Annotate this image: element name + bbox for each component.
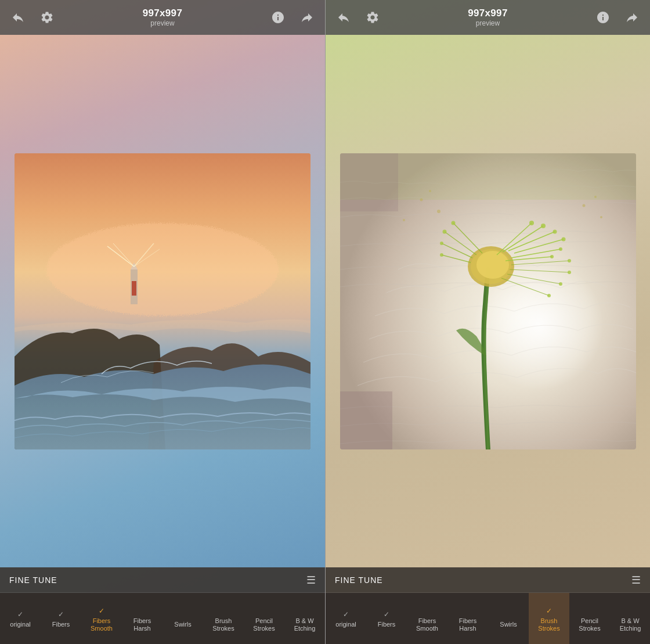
svg-point-28: [529, 221, 534, 225]
left-image-area: [0, 35, 325, 567]
svg-point-35: [568, 271, 571, 274]
left-filter-original-label: original: [10, 621, 30, 628]
left-panel: 997x997 preview: [0, 0, 325, 644]
left-header-center: 997x997 preview: [143, 8, 182, 27]
svg-point-30: [552, 229, 557, 233]
svg-point-38: [451, 221, 455, 225]
right-filter-pencil-strokes-label: PencilStrokes: [579, 617, 600, 632]
right-filter-scroll[interactable]: ✓ original ✓ Fibers FibersSmooth FibersH…: [326, 593, 650, 644]
left-filter-fibers-smooth[interactable]: ✓ FibersSmooth: [81, 593, 122, 644]
right-filter-swirls[interactable]: Swirls: [488, 593, 529, 644]
svg-point-33: [550, 255, 554, 258]
left-header-title: 997x997: [143, 8, 182, 19]
right-filter-bw-etching[interactable]: B & WEtching: [610, 593, 650, 644]
left-filter-original-check: ✓: [17, 610, 23, 618]
svg-point-32: [559, 247, 562, 251]
left-fine-tune-label: FINE TUNE: [9, 575, 57, 585]
svg-point-44: [403, 219, 405, 221]
svg-point-1: [46, 223, 279, 316]
left-filter-fibers-harsh[interactable]: FibersHarsh: [122, 593, 162, 644]
right-fine-tune-label: FINE TUNE: [335, 575, 383, 585]
left-artwork-svg: [15, 153, 310, 449]
left-filter-pencil-strokes[interactable]: PencilStrokes: [244, 593, 284, 644]
right-info-icon[interactable]: [594, 9, 612, 26]
svg-point-13: [476, 251, 509, 279]
svg-point-46: [582, 204, 585, 207]
left-filter-swirls-label: Swirls: [174, 621, 191, 628]
left-filter-fibers-smooth-label: FibersSmooth: [91, 617, 113, 632]
svg-point-37: [547, 294, 551, 297]
right-filter-fibers-label: Fibers: [378, 621, 396, 628]
left-gear-icon[interactable]: [38, 9, 56, 26]
right-filter-brush-strokes-check: ✓: [546, 607, 552, 615]
right-header-left-icons: [335, 9, 381, 26]
right-filter-swirls-label: Swirls: [500, 621, 517, 628]
left-filter-scroll[interactable]: ✓ original ✓ Fibers ✓ FibersSmooth Fiber…: [0, 593, 325, 644]
left-filter-fibers-label: Fibers: [52, 621, 70, 628]
left-tune-icon[interactable]: ☰: [306, 574, 316, 587]
left-filter-pencil-strokes-label: PencilStrokes: [253, 617, 275, 632]
svg-point-47: [600, 216, 602, 218]
left-filter-swirls[interactable]: Swirls: [162, 593, 203, 644]
right-filter-fibers-harsh-label: FibersHarsh: [459, 617, 477, 632]
right-export-icon[interactable]: [623, 9, 641, 26]
right-share-icon[interactable]: [335, 9, 352, 26]
left-export-icon[interactable]: [298, 9, 316, 26]
right-header-subtitle: preview: [468, 19, 507, 27]
left-bottom-bar: FINE TUNE ☰ ✓ original ✓ Fibers ✓ Fibers…: [0, 567, 325, 644]
right-filter-original-label: original: [335, 621, 356, 628]
left-filter-bw-etching[interactable]: B & WEtching: [284, 593, 325, 644]
svg-point-40: [440, 242, 443, 245]
right-panel: 997x997 preview: [325, 0, 650, 644]
svg-point-41: [440, 253, 443, 257]
svg-point-36: [559, 282, 562, 286]
right-header-right-icons: [594, 9, 641, 26]
left-filter-fibers-smooth-check: ✓: [99, 607, 104, 615]
right-artwork: [340, 153, 636, 449]
left-share-icon[interactable]: [9, 9, 27, 26]
svg-rect-51: [340, 391, 392, 449]
right-filter-fibers[interactable]: ✓ Fibers: [366, 593, 407, 644]
right-filter-brush-strokes[interactable]: ✓ BrushStrokes: [529, 593, 569, 644]
svg-point-42: [437, 210, 440, 213]
right-image-area: [326, 35, 650, 567]
left-filter-bw-etching-label: B & WEtching: [294, 617, 316, 632]
left-header-subtitle: preview: [143, 19, 182, 27]
right-filter-fibers-smooth-label: FibersSmooth: [416, 617, 438, 632]
right-filter-bw-etching-label: B & WEtching: [620, 617, 641, 632]
right-filter-fibers-harsh[interactable]: FibersHarsh: [447, 593, 488, 644]
right-filter-original[interactable]: ✓ original: [326, 593, 366, 644]
right-header-center: 997x997 preview: [468, 8, 507, 27]
svg-rect-3: [132, 281, 136, 296]
right-filter-pencil-strokes[interactable]: PencilStrokes: [569, 593, 610, 644]
svg-rect-50: [340, 153, 398, 211]
right-header-title: 997x997: [468, 8, 507, 19]
svg-point-39: [442, 229, 446, 233]
right-header: 997x997 preview: [326, 0, 650, 35]
svg-point-31: [561, 237, 565, 241]
left-header-right-icons: [269, 9, 316, 26]
svg-point-29: [541, 224, 546, 228]
right-artwork-svg: [340, 153, 636, 449]
left-filter-original[interactable]: ✓ original: [0, 593, 41, 644]
right-tune-icon[interactable]: ☰: [631, 574, 641, 587]
right-filter-brush-strokes-label: BrushStrokes: [538, 617, 559, 632]
right-fine-tune-row: FINE TUNE ☰: [326, 567, 650, 593]
left-artwork: [15, 153, 310, 449]
left-header-left-icons: [9, 9, 56, 26]
left-filter-fibers-harsh-label: FibersHarsh: [133, 617, 151, 632]
left-filter-fibers[interactable]: ✓ Fibers: [41, 593, 81, 644]
right-filter-fibers-smooth[interactable]: FibersSmooth: [407, 593, 447, 644]
left-filter-brush-strokes-label: BrushStrokes: [212, 617, 234, 632]
right-gear-icon[interactable]: [364, 9, 381, 26]
svg-point-10: [427, 223, 613, 409]
right-filter-original-check: ✓: [343, 610, 349, 618]
left-info-icon[interactable]: [269, 9, 287, 26]
left-filter-brush-strokes[interactable]: BrushStrokes: [203, 593, 244, 644]
right-filter-fibers-check: ✓: [384, 610, 389, 618]
svg-point-34: [568, 259, 571, 262]
left-filter-fibers-check: ✓: [58, 610, 64, 618]
right-bottom-bar: FINE TUNE ☰ ✓ original ✓ Fibers FibersSm…: [326, 567, 650, 644]
left-header: 997x997 preview: [0, 0, 325, 35]
left-fine-tune-row: FINE TUNE ☰: [0, 567, 325, 593]
